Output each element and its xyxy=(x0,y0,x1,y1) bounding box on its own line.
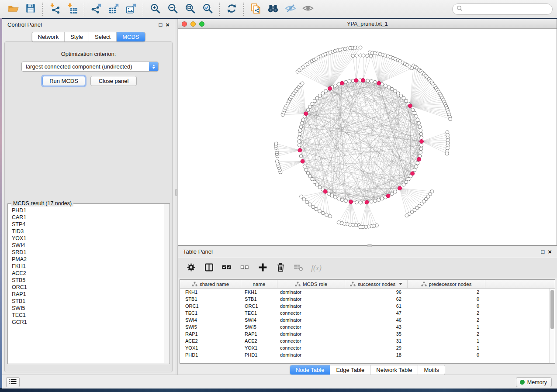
zoom-out-button[interactable] xyxy=(164,1,181,17)
table-row[interactable]: YOX1YOX1connector291 xyxy=(180,344,549,351)
mcds-item[interactable]: SRD1 xyxy=(12,249,162,256)
close-table-panel-icon[interactable]: × xyxy=(548,248,552,255)
column-header[interactable]: successor nodes xyxy=(345,280,408,288)
column-header[interactable]: name xyxy=(241,280,277,288)
table-cell: 46 xyxy=(345,317,408,323)
mcds-item[interactable]: TID3 xyxy=(12,228,162,235)
table-settings-button[interactable] xyxy=(186,261,196,275)
column-header[interactable]: MCDS role xyxy=(277,280,345,288)
table-row[interactable]: STB1STB1dominator620 xyxy=(180,296,549,303)
mcds-item[interactable]: ORC1 xyxy=(12,284,162,291)
mcds-result-box: MCDS result (17 nodes) PHD1CAR1STP4TID3Y… xyxy=(7,203,170,364)
open-file-button[interactable] xyxy=(4,1,22,17)
zoom-fit-button[interactable] xyxy=(181,1,199,17)
hide-selected-button[interactable] xyxy=(282,1,299,17)
close-panel-button[interactable]: Close panel xyxy=(90,76,137,86)
show-columns-button[interactable] xyxy=(204,261,214,275)
mcds-scrollbar[interactable] xyxy=(164,204,169,363)
table-row[interactable]: ORC1ORC1dominator610 xyxy=(180,303,549,309)
deselect-all-button[interactable] xyxy=(239,261,250,275)
table-row[interactable]: SWI4SWI4dominator462 xyxy=(180,316,549,323)
search-network-button[interactable] xyxy=(264,1,282,17)
network-canvas[interactable] xyxy=(178,29,557,245)
tab-style[interactable]: Style xyxy=(64,32,89,41)
float-panel-icon[interactable]: □ xyxy=(159,22,162,28)
export-network-button[interactable] xyxy=(87,1,105,17)
table-row[interactable]: TEC1TEC1connector472 xyxy=(180,309,549,316)
table-cell: YOX1 xyxy=(241,345,277,351)
tab-mcds[interactable]: MCDS xyxy=(116,32,145,41)
network-graph[interactable] xyxy=(178,29,557,245)
table-panel-title: Table Panel xyxy=(183,248,213,255)
table-cell: 0 xyxy=(408,352,485,358)
table-cell: dominator xyxy=(277,303,345,309)
add-column-button[interactable] xyxy=(257,261,268,275)
mcds-item[interactable]: CAR1 xyxy=(12,214,162,221)
search-box[interactable] xyxy=(452,3,553,15)
mcds-item[interactable]: TEC1 xyxy=(12,312,162,319)
tab-network-table[interactable]: Network Table xyxy=(370,365,418,375)
mcds-item[interactable]: PHD1 xyxy=(12,207,162,214)
mcds-item[interactable]: ACE2 xyxy=(12,270,162,277)
table-scrollbar-thumb[interactable] xyxy=(550,290,554,329)
table-row[interactable]: PHD1PHD1dominator180 xyxy=(180,351,549,358)
show-all-button[interactable] xyxy=(299,1,317,17)
mcds-item[interactable]: STB1 xyxy=(12,298,162,305)
optimization-criterion-select[interactable]: largest connected component (undirected) xyxy=(21,62,159,72)
mcds-item[interactable]: SWI5 xyxy=(12,305,162,312)
float-table-panel-icon[interactable]: □ xyxy=(541,249,544,254)
delete-table-button[interactable] xyxy=(293,261,304,275)
horizontal-splitter-handle[interactable] xyxy=(367,244,372,247)
import-table-button[interactable] xyxy=(63,1,81,17)
tab-select[interactable]: Select xyxy=(89,32,116,41)
search-input[interactable] xyxy=(465,6,548,12)
mcds-item[interactable]: RAP1 xyxy=(12,291,162,298)
window-close-icon[interactable] xyxy=(182,21,187,27)
export-network-icon xyxy=(90,3,102,16)
select-all-button[interactable] xyxy=(221,261,232,275)
import-network-button[interactable] xyxy=(46,1,63,17)
zoom-in-button[interactable] xyxy=(146,1,164,17)
mcds-item[interactable]: PMA2 xyxy=(12,256,162,263)
zoom-selected-button[interactable] xyxy=(199,1,216,17)
toolbar-separator xyxy=(84,3,84,16)
table-row[interactable]: SWI5SWI5connector431 xyxy=(180,323,549,330)
table-cell: connector xyxy=(277,324,345,330)
save-button[interactable] xyxy=(22,1,39,17)
column-header[interactable]: predecessor nodes xyxy=(408,280,485,288)
tab-edge-table[interactable]: Edge Table xyxy=(330,365,370,375)
window-minimize-icon[interactable] xyxy=(190,21,196,27)
table-cell: 62 xyxy=(345,296,408,302)
delete-column-button[interactable] xyxy=(275,261,286,275)
run-mcds-button[interactable]: Run MCDS xyxy=(42,76,85,86)
mcds-item[interactable]: GCR1 xyxy=(12,319,162,326)
mcds-item[interactable]: SWI4 xyxy=(12,242,162,249)
export-table-button[interactable] xyxy=(105,1,122,17)
function-builder-button[interactable]: f(x) xyxy=(311,261,322,275)
splitter-handle[interactable] xyxy=(175,189,177,196)
memory-button[interactable]: Memory xyxy=(516,377,552,387)
tab-network[interactable]: Network xyxy=(32,32,64,41)
mcds-item[interactable]: YOX1 xyxy=(12,235,162,242)
mcds-item[interactable]: FKH1 xyxy=(12,263,162,270)
tab-motifs[interactable]: Motifs xyxy=(418,365,445,375)
mcds-item[interactable]: STP4 xyxy=(12,221,162,228)
task-history-button[interactable] xyxy=(6,377,20,387)
table-scrollbar[interactable] xyxy=(549,289,555,363)
memory-label: Memory xyxy=(527,379,547,385)
copy-current-style-button[interactable] xyxy=(247,1,264,17)
vertical-splitter[interactable] xyxy=(175,19,178,375)
export-image-button[interactable] xyxy=(122,1,140,17)
refresh-button[interactable] xyxy=(223,1,240,17)
column-header[interactable]: shared name xyxy=(180,280,241,288)
table-row[interactable]: ACE2ACE2connector311 xyxy=(180,337,549,344)
tab-node-table[interactable]: Node Table xyxy=(290,365,330,375)
close-panel-icon[interactable]: × xyxy=(166,21,170,28)
unchecked-boxes-icon xyxy=(240,262,249,273)
network-titlebar[interactable]: YPA_prune.txt_1 xyxy=(178,19,557,29)
search-icon xyxy=(457,5,463,13)
table-row[interactable]: FKH1FKH1dominator962 xyxy=(180,289,549,296)
mcds-item[interactable]: STB5 xyxy=(12,277,162,284)
window-maximize-icon[interactable] xyxy=(199,21,204,27)
table-row[interactable]: RAP1RAP1dominator352 xyxy=(180,330,549,337)
